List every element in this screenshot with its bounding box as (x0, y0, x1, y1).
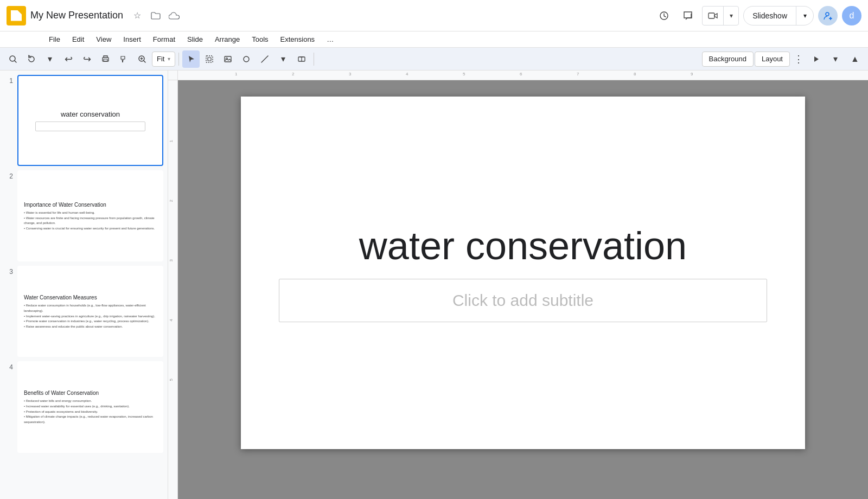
presentation-title: My New Presentation (30, 10, 123, 21)
slide-item-1[interactable]: 1water conservation (4, 75, 163, 166)
more-options-icon[interactable]: ⋮ (791, 52, 806, 67)
svg-rect-0 (709, 13, 714, 18)
star-icon[interactable]: ☆ (130, 8, 145, 23)
top-bar: My New Presentation ☆ ▾ Slideshow ▾ (0, 0, 868, 31)
user-avatar[interactable]: d (842, 6, 861, 25)
slideshow-chevron-icon[interactable]: ▾ (796, 7, 813, 25)
textbox-tool[interactable] (293, 50, 310, 68)
menu-view[interactable]: View (91, 33, 117, 46)
undo-icon[interactable]: ↩ (60, 50, 77, 68)
meet-button-group: ▾ (702, 6, 739, 25)
slideshow-main-button[interactable]: Slideshow (744, 7, 796, 25)
undo-button[interactable] (23, 50, 40, 68)
slide-number-4: 4 (4, 363, 13, 371)
slide-canvas: water conservation Click to add subtitle (241, 97, 805, 449)
image-tool[interactable] (219, 50, 237, 68)
slide-thumb-content-3: Water Conservation Measures• Reduce wate… (18, 267, 162, 356)
present-mode-icon[interactable] (807, 50, 825, 68)
toolbar-separator-1 (178, 53, 179, 66)
menu-extensions[interactable]: Extensions (275, 33, 321, 46)
ruler-vertical: 12345 (168, 80, 178, 499)
layout-button[interactable]: Layout (755, 52, 790, 67)
menu-format[interactable]: Format (148, 33, 181, 46)
cloud-icon[interactable] (167, 8, 182, 23)
collapse-icon[interactable]: ▲ (846, 50, 864, 68)
slide-panel: 1water conservation2Importance of Water … (0, 71, 168, 499)
slide-thumb-1[interactable]: water conservation (17, 75, 163, 166)
background-button[interactable]: Background (702, 52, 754, 67)
select-tool[interactable] (182, 50, 200, 68)
slide-main-title[interactable]: water conservation (359, 223, 687, 268)
ruler-corner (168, 71, 178, 80)
toolbar-right: ▾ ▲ (807, 50, 864, 68)
undo-dropdown[interactable]: ▾ (41, 50, 59, 68)
meet-chevron-icon[interactable]: ▾ (723, 7, 738, 25)
slideshow-button-group: Slideshow ▾ (743, 6, 814, 25)
redo-icon[interactable]: ↪ (78, 50, 95, 68)
add-person-button[interactable] (818, 6, 838, 25)
svg-point-11 (244, 56, 249, 62)
ruler-row: 123456789 (168, 71, 868, 80)
canvas-content: water conservation Click to add subtitle (178, 80, 868, 499)
shape-tool[interactable] (238, 50, 255, 68)
menu-file[interactable]: File (43, 33, 66, 46)
comment-icon[interactable] (678, 6, 698, 25)
slide-item-2[interactable]: 2Importance of Water Conservation• Water… (4, 170, 163, 261)
toolbar-separator-2 (314, 53, 314, 66)
slide-subtitle-box[interactable]: Click to add subtitle (279, 279, 767, 322)
chevron-up-icon[interactable]: ▾ (827, 50, 844, 68)
history-icon[interactable] (654, 6, 674, 25)
zoom-icon[interactable] (133, 50, 151, 68)
menu-insert[interactable]: Insert (118, 33, 146, 46)
title-icons: ☆ (130, 8, 182, 23)
ruler-horizontal: 123456789 (178, 71, 868, 80)
slide-subtitle-placeholder: Click to add subtitle (452, 291, 593, 310)
paint-format-icon[interactable] (115, 50, 132, 68)
folder-icon[interactable] (148, 8, 163, 23)
svg-rect-8 (208, 57, 211, 61)
canvas-outer: 123456789 12345 water conservation Click… (168, 71, 868, 499)
search-button[interactable] (4, 50, 22, 68)
svg-rect-9 (225, 56, 231, 62)
select-group-tool[interactable] (201, 50, 218, 68)
app-icon (7, 6, 26, 25)
slide-thumb-4[interactable]: Benefits of Water Conservation• Reduced … (17, 361, 163, 452)
menu-edit[interactable]: Edit (67, 33, 90, 46)
meet-main-button[interactable] (703, 7, 723, 25)
zoom-selector[interactable]: Fit ▾ (152, 52, 175, 67)
slide-number-3: 3 (4, 268, 13, 276)
main-content: 1water conservation2Importance of Water … (0, 71, 868, 499)
slide-number-1: 1 (4, 77, 13, 85)
menu-bar: File Edit View Insert Format Slide Arran… (0, 31, 868, 48)
line-tool[interactable] (256, 50, 273, 68)
zoom-value: Fit (157, 55, 164, 63)
top-right-icons: ▾ Slideshow ▾ d (654, 6, 861, 25)
line-dropdown[interactable]: ▾ (275, 50, 292, 68)
slide-thumb-content-1: water conservation (18, 76, 162, 165)
toolbar: ▾ ↩ ↪ Fit ▾ ▾ Background Layout ⋮ ▾ ▲ (0, 48, 868, 71)
menu-arrange[interactable]: Arrange (209, 33, 245, 46)
canvas-body: 12345 water conservation Click to add su… (168, 80, 868, 499)
slide-thumb-content-2: Importance of Water Conservation• Water … (18, 171, 162, 260)
slide-thumb-3[interactable]: Water Conservation Measures• Reduce wate… (17, 266, 163, 357)
svg-rect-5 (122, 60, 123, 62)
svg-rect-7 (206, 56, 213, 62)
slide-thumb-2[interactable]: Importance of Water Conservation• Water … (17, 170, 163, 261)
svg-point-1 (826, 12, 829, 16)
slide-number-2: 2 (4, 172, 13, 180)
menu-slide[interactable]: Slide (182, 33, 208, 46)
menu-more[interactable]: … (321, 33, 339, 46)
slide-item-3[interactable]: 3Water Conservation Measures• Reduce wat… (4, 266, 163, 357)
print-icon[interactable] (97, 50, 114, 68)
slide-thumb-content-4: Benefits of Water Conservation• Reduced … (18, 362, 162, 451)
menu-tools[interactable]: Tools (246, 33, 273, 46)
slide-item-4[interactable]: 4Benefits of Water Conservation• Reduced… (4, 361, 163, 452)
